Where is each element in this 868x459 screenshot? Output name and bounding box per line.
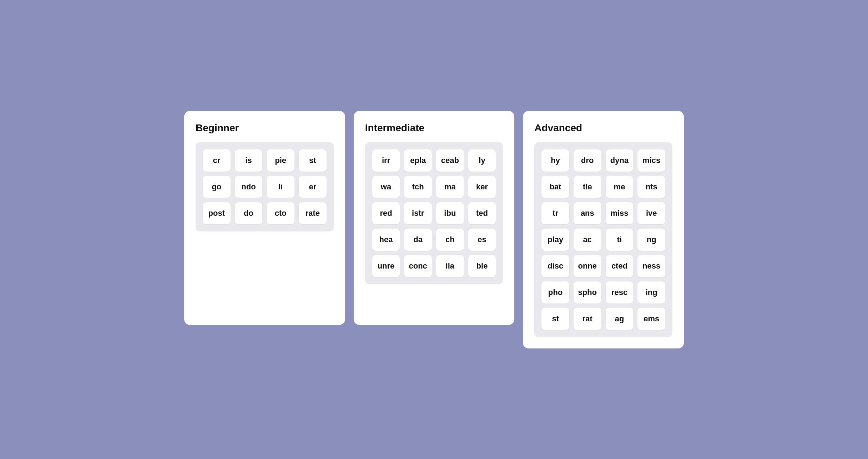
tile-advanced-14[interactable]: ti (606, 229, 634, 251)
tile-intermediate-3[interactable]: ly (468, 149, 496, 172)
tile-intermediate-10[interactable]: ibu (436, 202, 464, 224)
tile-advanced-15[interactable]: ng (637, 229, 665, 251)
tile-advanced-26[interactable]: ag (606, 308, 634, 330)
grid-container-beginner: crispiestgondolierpostdoctorate (196, 142, 334, 231)
tile-advanced-9[interactable]: ans (574, 202, 601, 224)
title-advanced: Advanced (534, 122, 672, 134)
tile-intermediate-5[interactable]: tch (404, 176, 432, 198)
tile-advanced-3[interactable]: mics (637, 149, 665, 172)
tile-advanced-18[interactable]: cted (606, 255, 634, 277)
tile-intermediate-0[interactable]: irr (372, 149, 400, 172)
tile-intermediate-9[interactable]: istr (404, 202, 432, 224)
tile-beginner-6[interactable]: li (267, 176, 294, 198)
tile-intermediate-12[interactable]: hea (372, 229, 400, 251)
tile-beginner-10[interactable]: cto (267, 202, 294, 224)
tile-advanced-27[interactable]: ems (637, 308, 665, 330)
tile-intermediate-18[interactable]: ila (436, 255, 464, 277)
main-container: BeginnercrispiestgondolierpostdoctorateI… (184, 111, 684, 348)
tile-intermediate-13[interactable]: da (404, 229, 432, 251)
tile-intermediate-19[interactable]: ble (468, 255, 496, 277)
tile-advanced-6[interactable]: me (606, 176, 634, 198)
tile-beginner-4[interactable]: go (203, 176, 231, 198)
tile-grid-beginner: crispiestgondolierpostdoctorate (203, 149, 327, 224)
tile-intermediate-8[interactable]: red (372, 202, 400, 224)
tile-advanced-24[interactable]: st (541, 308, 569, 330)
tile-advanced-20[interactable]: pho (541, 281, 569, 304)
tile-beginner-5[interactable]: ndo (235, 176, 263, 198)
tile-advanced-11[interactable]: ive (637, 202, 665, 224)
tile-intermediate-11[interactable]: ted (468, 202, 496, 224)
tile-grid-advanced: hydrodynamicsbattlementstransmissiveplay… (541, 149, 665, 330)
tile-beginner-9[interactable]: do (235, 202, 263, 224)
tile-beginner-11[interactable]: rate (299, 202, 327, 224)
tile-advanced-16[interactable]: disc (541, 255, 569, 277)
tile-advanced-17[interactable]: onne (574, 255, 601, 277)
tile-advanced-1[interactable]: dro (574, 149, 601, 172)
title-beginner: Beginner (196, 122, 334, 134)
tile-advanced-4[interactable]: bat (541, 176, 569, 198)
tile-advanced-19[interactable]: ness (637, 255, 665, 277)
tile-advanced-25[interactable]: rat (574, 308, 601, 330)
tile-beginner-1[interactable]: is (235, 149, 263, 172)
tile-beginner-2[interactable]: pie (267, 149, 294, 172)
tile-advanced-22[interactable]: resc (606, 281, 634, 304)
tile-advanced-0[interactable]: hy (541, 149, 569, 172)
tile-advanced-13[interactable]: ac (574, 229, 601, 251)
tile-beginner-8[interactable]: post (203, 202, 231, 224)
tile-intermediate-14[interactable]: ch (436, 229, 464, 251)
tile-advanced-8[interactable]: tr (541, 202, 569, 224)
tile-intermediate-15[interactable]: es (468, 229, 496, 251)
tile-beginner-0[interactable]: cr (203, 149, 231, 172)
grid-container-intermediate: irreplaceablywatchmakerredistributedhead… (365, 142, 503, 284)
tile-beginner-7[interactable]: er (299, 176, 327, 198)
card-advanced: Advancedhydrodynamicsbattlementstransmis… (523, 111, 684, 348)
tile-intermediate-16[interactable]: unre (372, 255, 400, 277)
title-intermediate: Intermediate (365, 122, 503, 134)
tile-advanced-21[interactable]: spho (574, 281, 601, 304)
tile-advanced-5[interactable]: tle (574, 176, 601, 198)
card-intermediate: Intermediateirreplaceablywatchmakerredis… (354, 111, 515, 325)
tile-advanced-7[interactable]: nts (637, 176, 665, 198)
card-beginner: Beginnercrispiestgondolierpostdoctorate (184, 111, 345, 325)
tile-intermediate-2[interactable]: ceab (436, 149, 464, 172)
tile-grid-intermediate: irreplaceablywatchmakerredistributedhead… (372, 149, 496, 277)
tile-advanced-2[interactable]: dyna (606, 149, 634, 172)
tile-intermediate-6[interactable]: ma (436, 176, 464, 198)
tile-intermediate-7[interactable]: ker (468, 176, 496, 198)
grid-container-advanced: hydrodynamicsbattlementstransmissiveplay… (534, 142, 672, 337)
tile-beginner-3[interactable]: st (299, 149, 327, 172)
tile-advanced-23[interactable]: ing (637, 281, 665, 304)
tile-advanced-12[interactable]: play (541, 229, 569, 251)
tile-intermediate-1[interactable]: epla (404, 149, 432, 172)
tile-intermediate-4[interactable]: wa (372, 176, 400, 198)
tile-intermediate-17[interactable]: conc (404, 255, 432, 277)
tile-advanced-10[interactable]: miss (606, 202, 634, 224)
